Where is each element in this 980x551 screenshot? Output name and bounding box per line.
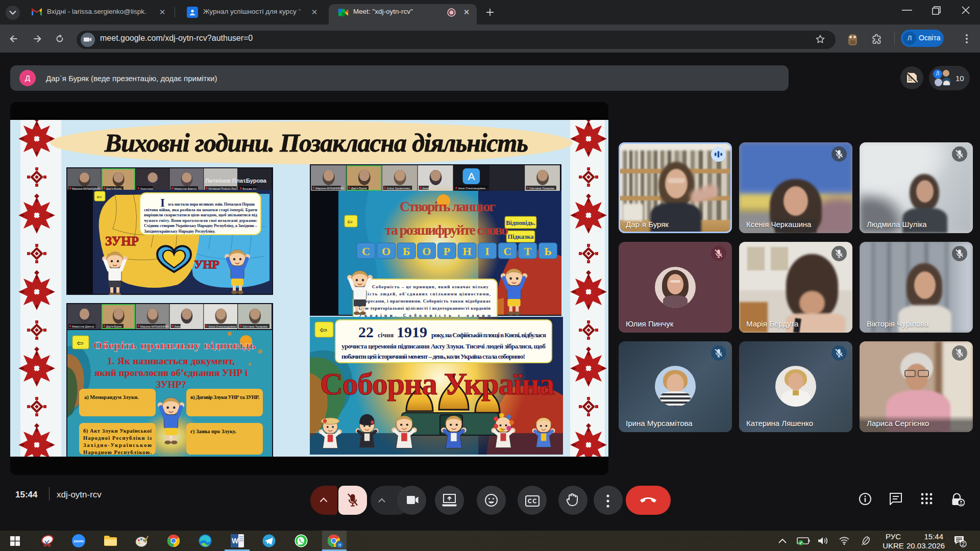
svg-text:⇦: ⇦ — [347, 218, 353, 226]
svg-text:ось настала пора великих змін.: ось настала пора великих змін. Почалася … — [168, 202, 255, 207]
svg-text:Анна Олександрівна ...: Анна Олександрівна ... — [208, 325, 239, 328]
svg-text:Східняк створив Українську Нар: Східняк створив Українську Народну Респу… — [144, 223, 258, 228]
svg-text:22: 22 — [358, 323, 374, 340]
svg-text:ЗУНР: ЗУНР — [105, 234, 139, 248]
svg-text:січня: січня — [378, 331, 394, 339]
svg-text:Дар'я Буряк: Дар'я Буряк — [106, 187, 122, 190]
svg-text:1. Як називається документ,: 1. Як називається документ, — [107, 356, 235, 366]
svg-text:Марина МІЛШКЕВИЧ: Марина МІЛШКЕВИЧ — [140, 325, 169, 328]
svg-text:в) Договір Злуки УНР та ЗУНР.: в) Договір Злуки УНР та ЗУНР. — [190, 394, 259, 400]
svg-text:Дар'я Буряк: Дар'я Буряк — [106, 325, 122, 328]
svg-text:вирішили скористатися цією наг: вирішили скористатися цією нагодою, щоб … — [144, 213, 258, 217]
svg-text:Народною Республікою.: Народною Республікою. — [83, 449, 152, 455]
svg-text:Ь: Ь — [544, 245, 552, 258]
svg-text:І: І — [485, 245, 489, 258]
svg-text:Дар'я Буряк: Дар'я Буряк — [351, 187, 367, 190]
svg-text:Мамістов Дмитрі: Мамістов Дмитрі — [175, 187, 197, 190]
svg-text:Мамістов Дмитрі: Мамістов Дмитрі — [72, 325, 94, 328]
svg-text:ЗУНР?: ЗУНР? — [156, 379, 186, 390]
svg-text:Світлана Токарєва: Світлана Токарєва — [529, 187, 554, 190]
svg-text:⇦: ⇦ — [96, 193, 102, 201]
svg-text:Христина: Христина — [140, 187, 154, 190]
svg-text:урочиста церемонія підписання: урочиста церемонія підписання Акту Злуки… — [341, 342, 546, 350]
svg-text:⇦: ⇦ — [320, 325, 327, 335]
svg-text:Створіть ланцюг: Створіть ланцюг — [400, 198, 496, 214]
svg-text:Анна: Анна — [175, 325, 182, 328]
svg-text:Соборна Україна: Соборна Україна — [320, 366, 555, 401]
svg-text:Литвінов Плат...: Литвінов Плат... — [205, 178, 250, 184]
svg-text:Т: Т — [524, 245, 531, 258]
svg-text:Аліса Удовиченко: Аліса Удовиченко — [387, 187, 410, 190]
svg-text:року, на Софійській площі в Ки: року, на Софійській площі в Києві, відбу… — [431, 331, 546, 339]
svg-text:О: О — [422, 245, 431, 258]
svg-text:A: A — [468, 170, 475, 182]
svg-text:інтересами, і прагненнями. Соб: інтересами, і прагненнями. Соборність та… — [359, 298, 491, 304]
svg-text:та розшифруйте слово: та розшифруйте слово — [385, 222, 508, 238]
svg-text:Відповідь.: Відповідь. — [506, 219, 535, 227]
svg-text:Народної Республіки із: Народної Республіки із — [83, 435, 152, 441]
svg-text:побачити цей історичний момент: побачити цей історичний момент – день, к… — [341, 353, 525, 360]
svg-text:чужого гніту. Вони проголосили: чужого гніту. Вони проголосили свої неза… — [144, 218, 257, 223]
svg-text:Бурова Ал: Бурова Ал — [242, 187, 256, 190]
svg-text:С: С — [503, 245, 511, 258]
svg-text:С: С — [362, 245, 370, 258]
svg-text:УНР: УНР — [194, 258, 219, 271]
svg-text:Підказка: Підказка — [507, 233, 534, 240]
svg-text:г) Заява про Злуку.: г) Заява про Злуку. — [190, 429, 236, 435]
svg-text:1919: 1919 — [397, 323, 427, 340]
svg-text:Марина МІЛШКЕВИЧ: Марина МІЛШКЕВИЧ — [315, 187, 344, 190]
svg-text:Соборність – це принцип, який: Соборність – це принцип, який означає ві… — [372, 284, 489, 289]
svg-text:2: 2 — [962, 541, 965, 547]
svg-text:який проголосив об’єднання УНР: який проголосив об’єднання УНР і — [94, 367, 248, 378]
svg-text:О: О — [382, 245, 390, 258]
svg-text:б) Акт Злуки Української: б) Акт Злуки Української — [83, 428, 152, 434]
svg-text:ідею територіальної цілісності: ідею територіальної цілісності і недотор… — [359, 306, 491, 311]
svg-text:Литвінов Платон Лис...: Литвінов Платон Лис... — [208, 187, 239, 190]
svg-text:Марина МІЛШКЕВИЧ: Марина МІЛШКЕВИЧ — [72, 187, 101, 190]
svg-text:⇦: ⇦ — [77, 339, 83, 347]
svg-text:а) Меморандум Злуки.: а) Меморандум Злуки. — [84, 394, 139, 400]
svg-text:Виховні години. Позакласна дія: Виховні години. Позакласна діяльність — [104, 129, 528, 157]
svg-text:Світлана Токарєва: Світлана Токарєва — [242, 325, 267, 328]
svg-text:Н: Н — [462, 245, 471, 258]
svg-text:світова війна, яка розбила на: світова війна, яка розбила на шматки ста… — [144, 208, 257, 212]
svg-text:Оберіть правильну відповідь: Оберіть правильну відповідь — [93, 339, 256, 352]
svg-text:Б: Б — [403, 245, 410, 258]
svg-text:Р: Р — [444, 245, 450, 258]
svg-text:Бурова: Бурова — [246, 178, 267, 184]
svg-text:Західноукраїнську Народну Респ: Західноукраїнську Народну Республіку. — [144, 229, 215, 234]
